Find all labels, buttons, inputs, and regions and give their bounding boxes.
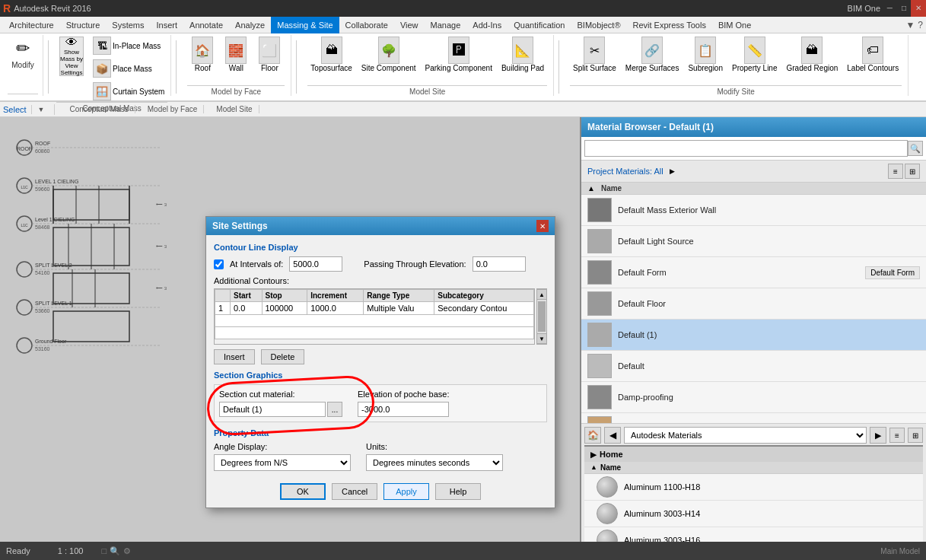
menu-structure[interactable]: Structure: [60, 17, 107, 33]
toposurface-btn[interactable]: 🏔 Toposurface: [307, 35, 355, 74]
select-dropdown-arrow[interactable]: ▼: [38, 106, 45, 113]
cut-material-browse-btn[interactable]: ...: [327, 402, 342, 417]
menu-revit-express[interactable]: Revit Express Tools: [627, 17, 712, 33]
toposurface-label: Toposurface: [310, 64, 352, 72]
search-icon[interactable]: 🔍: [908, 141, 923, 156]
intervals-value[interactable]: [289, 256, 342, 272]
floor-btn[interactable]: ⬜ Floor: [254, 35, 285, 74]
mat-item-6[interactable]: Damp-proofing: [581, 382, 926, 413]
filter-arrow[interactable]: ▶: [670, 167, 675, 175]
scroll-thumb[interactable]: [538, 301, 546, 332]
select-label[interactable]: Select: [3, 105, 32, 114]
show-mass-btn[interactable]: 👁 Show Mass by View Settings: [56, 35, 87, 78]
mat-item-7[interactable]: Counter Top: [581, 413, 926, 423]
cut-material-input[interactable]: [219, 402, 326, 417]
sep1: [48, 40, 49, 94]
library-arrow-btn[interactable]: ▶: [870, 427, 886, 444]
close-btn[interactable]: ✕: [911, 0, 926, 17]
mat-item-4[interactable]: Default (1): [581, 320, 926, 351]
parking-component-btn[interactable]: 🅿 Parking Component: [422, 35, 495, 74]
status-icon-3[interactable]: ⚙: [123, 546, 131, 556]
curtain-system-btn[interactable]: 🪟 Curtain System: [90, 81, 167, 102]
angle-display-select[interactable]: Degrees from N/S Degrees from E/W Radian…: [214, 454, 351, 471]
help-icon[interactable]: ?: [918, 20, 923, 30]
site-component-btn[interactable]: 🌳 Site Component: [358, 35, 419, 74]
table-row[interactable]: 1 0.0 100000 1000.0 Multiple Valu Second…: [215, 302, 534, 315]
sub-mat-1[interactable]: Aluminum 3003-H14: [584, 501, 923, 527]
elevation-input[interactable]: [358, 402, 449, 417]
in-place-mass-btn[interactable]: 🏗 In-Place Mass: [90, 35, 167, 56]
menu-quantification[interactable]: Quantification: [508, 17, 571, 33]
menu-analyze[interactable]: Analyze: [229, 17, 271, 33]
passing-through-value[interactable]: [473, 256, 526, 272]
menu-collaborate[interactable]: Collaborate: [339, 17, 394, 33]
sort-arrow[interactable]: ▲: [587, 184, 595, 192]
menu-addins[interactable]: Add-Ins: [466, 17, 508, 33]
property-line-label: Property Line: [732, 64, 777, 72]
scroll-down-arrow[interactable]: ▼: [536, 333, 547, 344]
subregion-btn[interactable]: 📋 Subregion: [685, 35, 726, 74]
menu-manage[interactable]: Manage: [425, 17, 467, 33]
intervals-checkbox[interactable]: [214, 259, 224, 269]
back-btn[interactable]: ◀: [604, 427, 621, 444]
model-site-items: 🏔 Toposurface 🌳 Site Component 🅿 Parking…: [307, 35, 547, 74]
merge-surfaces-btn[interactable]: 🔗 Merge Surfaces: [622, 35, 683, 74]
wall-btn[interactable]: 🧱 Wall: [221, 35, 251, 74]
units-select[interactable]: Degrees minutes seconds Decimal degrees: [366, 454, 503, 471]
sub-sort-icon[interactable]: ▲: [590, 463, 597, 472]
sub-mat-0[interactable]: Aluminum 1100-H18: [584, 474, 923, 501]
mat-item-0[interactable]: Default Mass Exterior Wall: [581, 195, 926, 226]
model-face-group-label: Model by Face: [187, 85, 285, 96]
home-btn[interactable]: 🏠: [584, 427, 601, 444]
mat-item-3[interactable]: Default Floor: [581, 288, 926, 320]
menu-annotate[interactable]: Annotate: [183, 17, 229, 33]
mat-item-2[interactable]: Default Form Default Form: [581, 257, 926, 288]
place-mass-btn[interactable]: 📦 Place Mass: [90, 58, 167, 79]
section-expand-icon[interactable]: ▶: [590, 450, 597, 459]
bottom-grid-view-btn[interactable]: ⊞: [908, 428, 923, 443]
minimize-btn[interactable]: ─: [883, 0, 897, 17]
maximize-btn[interactable]: □: [897, 0, 911, 17]
material-search-input[interactable]: [584, 140, 908, 157]
bottom-list-view-btn[interactable]: ≡: [889, 428, 905, 443]
menu-architecture[interactable]: Architecture: [3, 17, 60, 33]
delete-btn[interactable]: Delete: [261, 349, 305, 364]
mat-item-5[interactable]: Default: [581, 351, 926, 382]
ok-btn[interactable]: OK: [280, 483, 326, 500]
status-icon-1[interactable]: □: [101, 546, 107, 556]
property-line-btn[interactable]: 📏 Property Line: [729, 35, 780, 74]
menu-massing-site[interactable]: Massing & Site: [271, 17, 339, 33]
help-btn[interactable]: Help: [435, 483, 481, 500]
material-library-select[interactable]: Autodesk Materials: [624, 427, 867, 444]
svg-text:ROOF: ROOF: [35, 141, 50, 146]
ribbon-expand-btn[interactable]: ▼: [905, 20, 915, 30]
roof-btn[interactable]: 🏠 Roof: [187, 35, 218, 74]
scale-label: 1 : 100: [58, 546, 84, 555]
property-data-fields: Angle Display: Degrees from N/S Degrees …: [214, 442, 547, 471]
menu-systems[interactable]: Systems: [106, 17, 150, 33]
grid-view-btn[interactable]: ⊞: [905, 164, 920, 179]
menu-insert[interactable]: Insert: [151, 17, 184, 33]
mat-thumb-7: [587, 416, 612, 423]
scroll-up-arrow[interactable]: ▲: [536, 289, 547, 300]
mat-item-1[interactable]: Default Light Source: [581, 226, 926, 257]
dialog-close-btn[interactable]: ✕: [536, 220, 549, 232]
label-contours-btn[interactable]: 🏷 Label Contours: [844, 35, 902, 74]
status-right: Main Model: [880, 547, 920, 555]
insert-btn[interactable]: Insert: [214, 349, 255, 364]
split-surface-btn[interactable]: ✂ Split Surface: [570, 35, 619, 74]
building-pad-btn[interactable]: 📐 Building Pad: [498, 35, 547, 74]
table-scrollbar[interactable]: ▲ ▼: [536, 288, 547, 345]
menu-bimobject[interactable]: BIMobject®: [571, 17, 626, 33]
col-start: Start: [231, 290, 263, 302]
menu-view[interactable]: View: [394, 17, 425, 33]
apply-btn[interactable]: Apply: [383, 483, 429, 500]
status-icons-group: □ 🔍 ⚙: [101, 546, 131, 556]
cancel-btn[interactable]: Cancel: [332, 483, 377, 500]
list-view-btn[interactable]: ≡: [888, 164, 903, 179]
menu-bim-one[interactable]: BIM One: [712, 17, 757, 33]
modify-btn[interactable]: ✏ Modify: [8, 35, 38, 72]
status-icon-2[interactable]: 🔍: [110, 546, 120, 556]
graded-region-btn[interactable]: 🏔 Graded Region: [783, 35, 841, 74]
in-place-icon: 🏗: [93, 37, 111, 55]
